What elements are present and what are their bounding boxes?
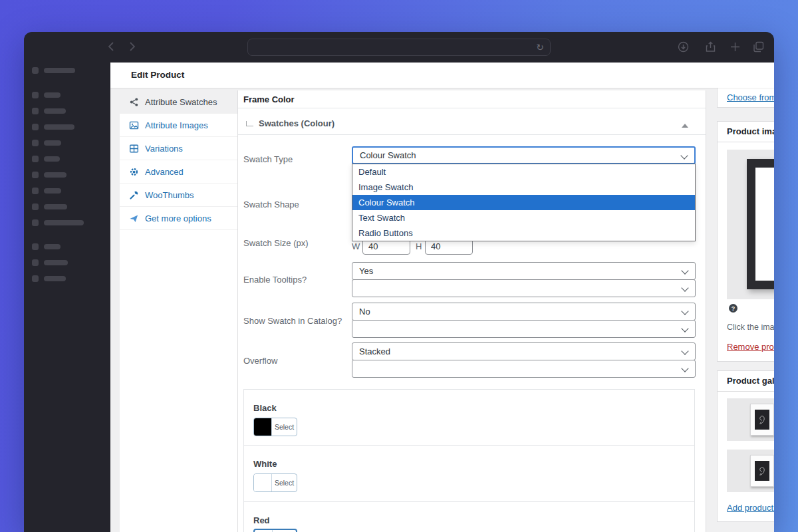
- reload-icon[interactable]: ↻: [536, 43, 550, 52]
- product-image-title: Product image: [718, 122, 774, 142]
- swatches-icon: [128, 96, 139, 107]
- page-header: Edit Product: [110, 63, 774, 88]
- color-select-label: Select: [272, 474, 297, 491]
- show-in-catalog-secondary-select[interactable]: [352, 320, 696, 338]
- enable-tooltips-select[interactable]: Yes: [352, 262, 696, 280]
- tab-woothumbs[interactable]: WooThumbs: [120, 184, 237, 207]
- wrench-icon: [128, 190, 139, 200]
- swatch-type-dropdown: Default Image Swatch Colour Swatch Text …: [352, 164, 696, 241]
- framed-artwork-thumbnail: [750, 404, 774, 436]
- tab-attribute-images[interactable]: Attribute Images: [120, 114, 237, 137]
- dropdown-option[interactable]: Default: [352, 164, 695, 180]
- tags-panel-footer: Choose from the most used tags: [717, 88, 774, 108]
- share-icon[interactable]: [705, 41, 716, 53]
- framed-artwork-image: [747, 159, 774, 289]
- tab-label: WooThumbs: [145, 190, 194, 200]
- plane-icon: [128, 213, 139, 223]
- sublevel-icon: [246, 121, 253, 126]
- divider: [238, 134, 706, 135]
- field-label-enable-tooltips: Enable Tooltips?: [243, 275, 307, 285]
- overflow-secondary-select[interactable]: [352, 360, 696, 378]
- tab-label: Get more options: [145, 213, 211, 223]
- tab-label: Variations: [145, 144, 183, 154]
- product-gallery-panel: Product gallery Add product gallery imag…: [717, 370, 774, 522]
- term-row-black: Black Select: [244, 390, 694, 446]
- settings-tabs-panel: Attribute Swatches Attribute Images Vari…: [120, 90, 238, 532]
- framed-artwork-thumbnail: [750, 455, 774, 487]
- url-input[interactable]: [248, 43, 536, 52]
- field-label-swatch-size: Swatch Size (px): [243, 238, 309, 248]
- add-gallery-images-link[interactable]: Add product gallery images: [727, 503, 774, 513]
- back-icon[interactable]: [107, 41, 116, 52]
- remove-product-image-link[interactable]: Remove product image: [727, 342, 774, 352]
- product-image-preview[interactable]: [727, 150, 774, 299]
- url-bar[interactable]: ↻: [247, 39, 551, 56]
- gear-icon: [128, 166, 139, 177]
- tab-get-more-options[interactable]: Get more options: [120, 207, 237, 230]
- swatch-type-select[interactable]: Colour Swatch: [352, 146, 696, 164]
- product-image-help-text: Click the image to edit or update: [727, 323, 774, 332]
- term-row-white: White Select: [244, 446, 694, 502]
- divider: [238, 108, 706, 108]
- right-sidebar: Choose from the most used tags Product i…: [717, 63, 774, 532]
- section-heading: Swatches (Colour): [259, 118, 334, 128]
- dropdown-option[interactable]: Radio Buttons: [352, 225, 695, 241]
- collapse-icon[interactable]: [682, 124, 688, 128]
- image-icon: [128, 120, 139, 130]
- product-image-panel: Product image ? Click the image to edit …: [717, 121, 774, 362]
- forward-icon[interactable]: [127, 41, 136, 52]
- show-in-catalog-select[interactable]: No: [352, 303, 696, 321]
- width-label: W: [352, 241, 360, 251]
- download-icon[interactable]: [678, 41, 689, 53]
- attribute-heading: Frame Color: [243, 94, 295, 104]
- tab-label: Attribute Images: [145, 120, 208, 130]
- field-label-show-in-catalog: Show Swatch in Catalog?: [243, 316, 342, 326]
- new-tab-icon[interactable]: [730, 41, 741, 53]
- color-picker-button[interactable]: Select: [253, 473, 297, 492]
- tab-variations[interactable]: Variations: [120, 137, 237, 160]
- dropdown-option[interactable]: Text Swatch: [352, 210, 695, 225]
- tab-advanced[interactable]: Advanced: [120, 160, 237, 184]
- gallery-thumbnail[interactable]: [727, 450, 774, 492]
- term-name: Red: [253, 515, 270, 525]
- browser-window: ↻ Edit Product Attribute Swatches: [24, 32, 774, 532]
- color-preview: [254, 418, 272, 436]
- tabs-overview-icon[interactable]: [753, 41, 764, 53]
- admin-content: Edit Product Attribute Swatches Attribut…: [110, 63, 774, 532]
- product-gallery-title: Product gallery: [718, 371, 774, 392]
- choose-tags-link[interactable]: Choose from the most used tags: [727, 92, 774, 102]
- tab-label: Attribute Swatches: [145, 97, 217, 107]
- field-label-overflow: Overflow: [243, 356, 277, 366]
- color-picker-button[interactable]: Select: [253, 418, 297, 436]
- term-row-red: Red Select: [244, 502, 694, 532]
- swatches-form-panel: Frame Color Swatches (Colour) Swatch Typ…: [238, 90, 706, 532]
- page-title: Edit Product: [131, 70, 184, 80]
- help-icon[interactable]: ?: [729, 304, 737, 313]
- tab-attribute-swatches[interactable]: Attribute Swatches: [120, 90, 237, 114]
- term-name: White: [253, 459, 277, 469]
- grid-icon: [128, 143, 139, 154]
- browser-chrome: ↻: [24, 32, 774, 63]
- field-label-swatch-type: Swatch Type: [243, 154, 293, 164]
- dropdown-option[interactable]: Image Swatch: [352, 180, 695, 195]
- color-preview: [254, 474, 272, 491]
- overflow-select[interactable]: Stacked: [352, 342, 696, 360]
- color-select-label: Select: [272, 418, 297, 436]
- enable-tooltips-secondary-select[interactable]: [352, 279, 696, 297]
- field-label-swatch-shape: Swatch Shape: [243, 200, 299, 209]
- height-label: H: [416, 241, 422, 251]
- app-sidebar-skeleton: [24, 63, 110, 532]
- dropdown-option-selected[interactable]: Colour Swatch: [352, 195, 695, 210]
- tab-label: Advanced: [145, 167, 184, 177]
- gallery-thumbnail[interactable]: [727, 398, 774, 441]
- term-name: Black: [253, 403, 277, 413]
- attribute-terms-list: Black Select White Select Red: [243, 389, 695, 532]
- color-picker-button[interactable]: Select: [253, 529, 297, 532]
